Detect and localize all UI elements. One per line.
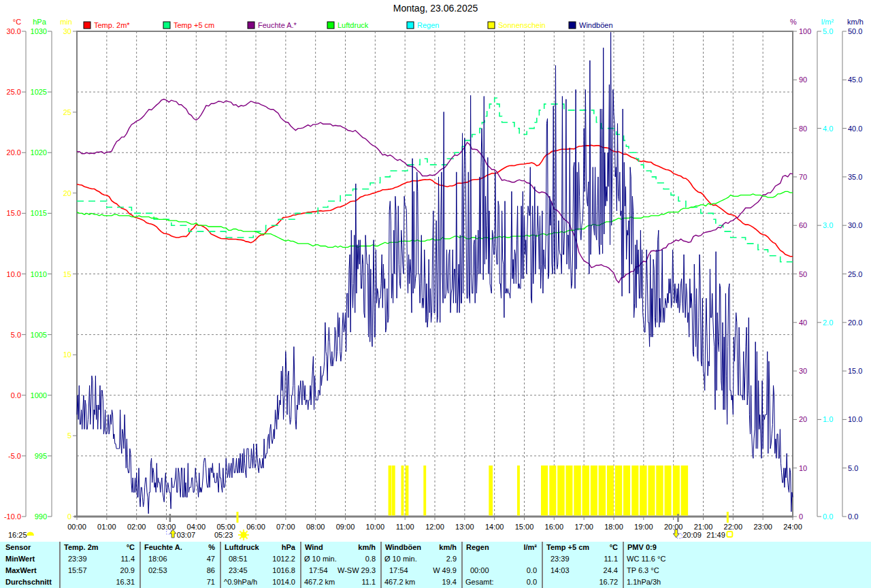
table-divider — [59, 542, 61, 588]
sunshine-bar — [591, 466, 597, 516]
axis-title-l/m²: l/m² — [821, 18, 834, 26]
row-header: Sensor — [5, 542, 56, 553]
line-shape — [246, 537, 248, 539]
sunshine-bar — [582, 466, 590, 516]
axis-tick-label: 20 — [63, 189, 71, 197]
axis-tick-label: 15.0 — [7, 209, 21, 217]
cell-value: 11.1 — [305, 576, 376, 588]
cell-value: 0.0 — [466, 565, 537, 576]
cell-value: 2.9 — [385, 553, 457, 565]
axis-tick-label: 1005 — [31, 331, 47, 339]
axis-tick-label: 30.0 — [848, 221, 862, 229]
x-axis-label: 05:00 — [216, 523, 235, 531]
sunshine-bar — [648, 466, 655, 516]
cell-value: 11.4 — [64, 553, 135, 565]
axis-tick-label: 25.0 — [848, 270, 862, 278]
row-header: MinWert — [5, 553, 56, 565]
axis-tick-label: 0.0 — [11, 391, 21, 399]
axis-tick-label: 3.0 — [823, 221, 833, 229]
axis-tick-label: 90 — [799, 76, 807, 84]
sunshine-bar — [623, 466, 630, 516]
sunshine-bar — [549, 466, 556, 516]
sunshine-bar — [681, 466, 689, 516]
axis-tick-label: 25 — [63, 108, 71, 116]
axis-tick-label: 50.0 — [848, 27, 862, 35]
circle-shape — [27, 533, 29, 535]
axis-tick-label: 10.0 — [7, 270, 21, 278]
moonset-time: 03:07 — [177, 531, 196, 539]
line-shape — [240, 531, 242, 533]
table-row-sensor: SensorTemp. 2m°CFeuchte A.%LuftdruckhPaW… — [0, 542, 871, 553]
axis-tick-label: 1020 — [31, 148, 47, 157]
axis-tick-label: 4.0 — [823, 125, 833, 133]
cell-time: WC 11.6 °C — [627, 553, 867, 565]
table-divider — [542, 542, 543, 588]
x-axis-label: 22:00 — [724, 523, 743, 531]
legend-label: Sonnenschein — [498, 21, 546, 29]
legend-swatch-icon — [248, 22, 254, 29]
legend-label: Windböen — [579, 21, 613, 29]
legend-label: Temp. 2m* — [94, 21, 130, 29]
legend-swatch-icon — [488, 22, 495, 29]
axis-tick-label: 10.0 — [848, 415, 862, 423]
legend-item-1 — [163, 22, 170, 29]
table-row-maxwert: MaxWert15:5720.902:538623:451016.817:54W… — [0, 565, 871, 576]
axis-tick-label: 990 — [35, 512, 47, 521]
x-axis-label: 10:00 — [366, 523, 385, 531]
legend-swatch-icon — [327, 22, 334, 29]
sun-icon — [238, 529, 249, 540]
line-shape — [240, 537, 242, 539]
cell-value: 1012.2 — [225, 553, 295, 565]
axis-tick-label: 0 — [67, 512, 71, 521]
axis-tick-label: 30 — [63, 27, 71, 35]
legend-label: Luftdruck — [338, 21, 369, 29]
sunshine-bar — [489, 466, 493, 516]
axis-tick-label: 70 — [799, 173, 807, 181]
sunshine-bar — [615, 466, 623, 516]
axis-tick-label: 30.0 — [7, 27, 21, 35]
col-name: PMV 0:9 — [627, 542, 867, 553]
col-unit: °C — [64, 542, 135, 553]
cell-value: W 49.9 — [385, 565, 457, 576]
stats-table: SensorTemp. 2m°CFeuchte A.%LuftdruckhPaW… — [0, 542, 871, 588]
circle-shape — [31, 533, 33, 536]
circle-shape — [240, 532, 246, 538]
axis-title-°C: °C — [13, 18, 21, 26]
x-axis-label: 09:00 — [336, 523, 355, 531]
cell-value: 0.0 — [466, 576, 537, 588]
dusk-time: 20:09 — [683, 531, 702, 539]
axis-title-min: min — [60, 18, 72, 26]
cell-value: 86 — [144, 565, 215, 576]
axis-tick-label: 45.0 — [848, 76, 862, 84]
cell-value: 19.4 — [385, 576, 457, 588]
axis-tick-label: 5.0 — [848, 464, 858, 472]
axis-tick-label: 25.0 — [7, 88, 21, 96]
axis-tick-label: 20.0 — [848, 318, 862, 327]
table-row-minwert: MinWert23:3911.418:064708:511012.2Ø 10 m… — [0, 553, 871, 565]
axis-tick-label: 50 — [799, 270, 807, 278]
axis-tick-label: 5.0 — [11, 331, 21, 339]
col-unit: °C — [546, 542, 618, 553]
x-axis-label: 19:00 — [634, 523, 653, 531]
x-axis-label: 18:00 — [604, 523, 623, 531]
axis-tick-label: 20.0 — [7, 148, 21, 157]
legend-swatch-icon — [84, 22, 91, 29]
axis-tick-label: 10 — [63, 350, 71, 359]
axis-tick-label: 1000 — [31, 391, 47, 399]
cell-time: 1.1hPa/3h — [627, 576, 867, 588]
cell-time: TP 6.3 °C — [627, 565, 867, 576]
line-shape — [246, 531, 248, 533]
axis-tick-label: 0 — [799, 512, 803, 521]
x-axis-label: 06:00 — [246, 523, 265, 531]
x-axis-label: 23:00 — [753, 523, 772, 531]
legend-label: Regen — [417, 21, 439, 29]
axis-tick-label: 0.0 — [848, 512, 858, 521]
cell-value: 1016.8 — [225, 565, 295, 576]
sunshine-bar — [574, 466, 581, 516]
table-divider — [623, 542, 624, 588]
moonset-axis-marker — [169, 514, 171, 522]
sunshine-bar — [599, 466, 606, 516]
legend-item-3 — [327, 22, 334, 29]
axis-tick-label: 995 — [35, 452, 47, 460]
x-axis-label: 16:00 — [545, 523, 564, 531]
